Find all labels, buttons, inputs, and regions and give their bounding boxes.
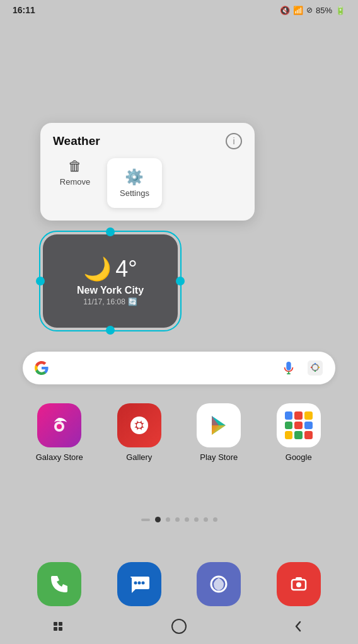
status-icons: 🔇 📶 ⊘ 85% 🔋 xyxy=(280,6,345,15)
settings-popup[interactable]: ⚙️ Settings xyxy=(107,158,162,208)
google-logo xyxy=(33,359,50,377)
app-grid: Galaxy Store Gallery xyxy=(23,403,335,462)
dock-item-capture[interactable] xyxy=(262,562,336,606)
voice-search-icon[interactable] xyxy=(279,358,299,378)
app-item-gallery[interactable]: Gallery xyxy=(103,403,176,462)
refresh-icon: 🔄 xyxy=(128,297,137,306)
dock-item-messages[interactable] xyxy=(103,562,176,606)
app-item-play-store[interactable]: Play Store xyxy=(182,403,256,462)
info-icon[interactable]: i xyxy=(226,133,242,149)
recents-button[interactable] xyxy=(44,615,76,638)
moon-icon: 🌙 xyxy=(83,256,112,282)
svg-point-21 xyxy=(134,582,137,585)
svg-point-10 xyxy=(137,418,141,422)
page-indicator-6 xyxy=(194,517,199,522)
google-label: Google xyxy=(286,452,312,462)
widget-context-actions: 🗑 Remove ⚙️ Settings xyxy=(53,158,242,208)
gallery-icon xyxy=(117,403,161,447)
google-apps-icon xyxy=(277,403,321,447)
galaxy-store-icon xyxy=(37,403,81,447)
status-time: 16:11 xyxy=(13,5,35,15)
svg-point-15 xyxy=(141,420,144,423)
svg-point-17 xyxy=(141,428,144,431)
play-store-label: Play Store xyxy=(200,452,238,462)
capture-icon xyxy=(277,562,321,606)
phone-icon xyxy=(37,562,81,606)
status-bar: 16:11 🔇 📶 ⊘ 85% 🔋 xyxy=(0,0,358,18)
remove-label: Remove xyxy=(60,177,90,187)
search-bar[interactable] xyxy=(23,352,335,384)
home-button[interactable] xyxy=(163,615,195,638)
settings-gear-icon: ⚙️ xyxy=(125,168,144,186)
svg-point-23 xyxy=(141,582,144,585)
page-indicator-7 xyxy=(204,517,208,522)
trash-icon: 🗑 xyxy=(68,158,82,175)
nav-bar xyxy=(0,609,358,644)
wifi-icon: 📶 xyxy=(293,6,303,15)
svg-rect-6 xyxy=(57,424,62,429)
app-item-galaxy-store[interactable]: Galaxy Store xyxy=(23,403,96,462)
app-item-google[interactable]: Google xyxy=(262,403,336,462)
page-indicator-3 xyxy=(166,517,170,522)
svg-rect-27 xyxy=(296,577,302,580)
svg-point-12 xyxy=(132,423,136,427)
remove-action[interactable]: 🗑 Remove xyxy=(53,158,97,187)
svg-rect-31 xyxy=(59,627,62,631)
weather-widget[interactable]: 🌙 4° New York City 11/17, 16:08 🔄 xyxy=(43,234,178,328)
widget-context-title-text: Weather xyxy=(53,134,100,148)
dock xyxy=(23,562,335,606)
play-store-icon xyxy=(197,403,241,447)
weather-city: New York City xyxy=(77,285,144,296)
weather-top-row: 🌙 4° xyxy=(83,256,137,282)
galaxy-store-label: Galaxy Store xyxy=(36,452,83,462)
gallery-label: Gallery xyxy=(126,452,152,462)
weather-temperature: 4° xyxy=(115,256,137,282)
page-indicator-active xyxy=(155,517,161,522)
battery-level: 85% xyxy=(316,6,332,15)
google-dots-grid xyxy=(285,411,313,439)
page-indicator-8 xyxy=(213,517,217,522)
resize-handle-left[interactable] xyxy=(36,277,45,285)
dock-item-phone[interactable] xyxy=(23,562,96,606)
resize-handle-right[interactable] xyxy=(176,277,185,285)
svg-marker-20 xyxy=(212,425,226,435)
svg-point-32 xyxy=(172,619,186,633)
weather-time: 11/17, 16:08 🔄 xyxy=(83,297,137,306)
svg-point-16 xyxy=(134,428,137,431)
svg-point-26 xyxy=(296,582,301,587)
svg-point-13 xyxy=(142,423,146,427)
alarm-icon: ⊘ xyxy=(306,6,313,14)
svg-rect-30 xyxy=(54,627,57,631)
svg-rect-29 xyxy=(59,622,62,626)
messages-icon xyxy=(117,562,161,606)
widget-context-title-row: Weather i xyxy=(53,133,242,149)
page-indicator-4 xyxy=(175,517,180,522)
battery-icon: 🔋 xyxy=(335,6,345,15)
svg-point-14 xyxy=(134,420,137,423)
back-button[interactable] xyxy=(282,615,314,638)
search-bar-container xyxy=(23,352,335,384)
svg-rect-2 xyxy=(308,360,323,376)
widget-context-menu: Weather i 🗑 Remove ⚙️ Settings xyxy=(40,123,255,221)
page-indicator-lines xyxy=(141,519,150,521)
resize-handle-bottom[interactable] xyxy=(106,326,115,335)
page-indicators xyxy=(0,517,358,522)
svg-point-11 xyxy=(137,428,141,432)
svg-rect-28 xyxy=(54,622,57,626)
mute-icon: 🔇 xyxy=(280,6,290,15)
page-indicator-5 xyxy=(185,517,189,522)
settings-label: Settings xyxy=(120,188,149,198)
samsung-icon xyxy=(197,562,241,606)
svg-point-9 xyxy=(137,423,142,428)
dock-item-samsung[interactable] xyxy=(182,562,256,606)
lens-search-icon[interactable] xyxy=(305,358,325,378)
resize-handle-top[interactable] xyxy=(106,227,115,236)
svg-point-22 xyxy=(137,582,141,585)
